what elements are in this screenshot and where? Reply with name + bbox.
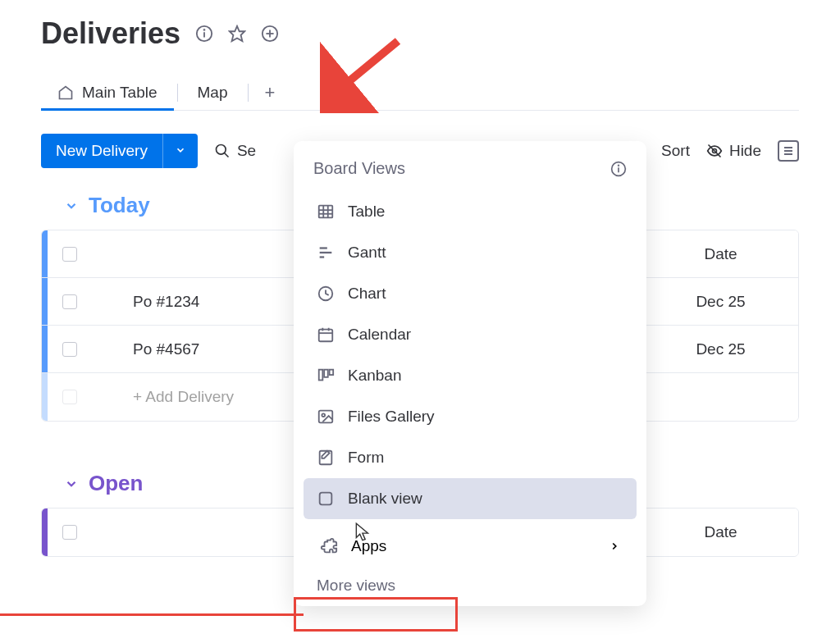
date-header: Date	[642, 512, 798, 553]
row-date[interactable]: Dec 25	[642, 281, 798, 322]
view-option-files-gallery[interactable]: Files Gallery	[304, 396, 637, 437]
calendar-icon	[317, 326, 335, 344]
svg-point-31	[322, 413, 325, 417]
sort-label: Sort	[661, 142, 690, 160]
group-color-bar	[42, 230, 48, 277]
svg-rect-33	[320, 493, 332, 505]
chevron-right-icon	[609, 540, 620, 552]
board-views-dropdown: Board Views Table Gantt Chart Calendar K…	[294, 141, 646, 606]
group-color-bar	[42, 326, 48, 372]
svg-point-2	[204, 30, 205, 30]
view-option-apps[interactable]: Apps	[304, 526, 637, 567]
table-icon	[317, 203, 335, 221]
more-views-label: More views	[317, 577, 395, 594]
view-option-form[interactable]: Form	[304, 437, 637, 478]
add-icon[interactable]	[261, 25, 279, 43]
blank-icon	[317, 490, 335, 508]
search-icon	[214, 143, 231, 159]
chevron-down-icon	[64, 477, 79, 491]
views-panel-title: Board Views	[313, 159, 405, 178]
tab-label: Main Table	[82, 84, 158, 102]
sort-button[interactable]: Sort	[661, 142, 690, 160]
new-delivery-button[interactable]: New Delivery	[41, 134, 198, 168]
svg-rect-29	[330, 370, 334, 375]
svg-line-8	[224, 153, 228, 157]
hide-button[interactable]: Hide	[706, 142, 761, 160]
tab-separator	[248, 84, 249, 102]
select-all-checkbox[interactable]	[62, 525, 77, 540]
view-label: Files Gallery	[348, 408, 435, 426]
form-icon	[317, 449, 335, 467]
annotation-timeline	[0, 613, 304, 616]
chart-icon	[317, 285, 335, 303]
group-color-bar	[42, 278, 48, 325]
view-option-table[interactable]: Table	[304, 191, 637, 232]
view-label: Blank view	[348, 490, 422, 508]
svg-point-7	[216, 145, 226, 155]
view-label: Calendar	[348, 326, 411, 344]
svg-rect-23	[319, 330, 333, 342]
svg-rect-28	[324, 370, 328, 377]
chevron-down-icon	[64, 198, 79, 213]
tab-separator	[177, 84, 178, 102]
page-title: Deliveries	[41, 16, 180, 51]
view-label: Chart	[348, 285, 386, 303]
group-title: Today	[89, 193, 150, 218]
svg-rect-27	[319, 370, 323, 381]
more-views-link[interactable]: More views	[294, 567, 646, 598]
panel-toggle-button[interactable]	[778, 140, 799, 162]
gantt-icon	[317, 244, 335, 262]
search-button[interactable]: Se	[214, 142, 256, 160]
chevron-down-icon[interactable]	[162, 134, 198, 168]
row-checkbox[interactable]	[62, 390, 77, 404]
view-label: Form	[348, 449, 384, 467]
view-option-gantt[interactable]: Gantt	[304, 232, 637, 273]
view-tabs: Main Table Map +	[41, 75, 799, 111]
svg-line-34	[332, 41, 398, 95]
kanban-icon	[317, 367, 335, 385]
view-label: Gantt	[348, 244, 386, 262]
svg-marker-3	[230, 26, 244, 41]
eye-off-icon	[706, 143, 723, 159]
panel-icon	[778, 140, 799, 162]
info-icon[interactable]	[195, 25, 213, 43]
new-delivery-label: New Delivery	[41, 134, 162, 168]
puzzle-icon	[320, 537, 338, 555]
home-icon	[57, 84, 74, 101]
tab-map[interactable]: Map	[181, 75, 244, 110]
annotation-arrow	[320, 31, 410, 113]
view-option-kanban[interactable]: Kanban	[304, 355, 637, 396]
view-label: Table	[348, 203, 385, 221]
star-icon[interactable]	[228, 25, 246, 43]
group-title: Open	[89, 471, 143, 496]
gallery-icon	[317, 408, 335, 426]
add-view-button[interactable]: +	[252, 75, 289, 110]
date-header: Date	[642, 234, 798, 275]
view-option-chart[interactable]: Chart	[304, 273, 637, 314]
info-icon[interactable]	[610, 161, 627, 177]
hide-label: Hide	[729, 142, 761, 160]
svg-point-13	[619, 165, 619, 166]
tab-main-table[interactable]: Main Table	[41, 75, 174, 110]
row-checkbox[interactable]	[62, 342, 77, 357]
search-text: Se	[237, 142, 256, 160]
view-label: Kanban	[348, 367, 402, 385]
view-option-calendar[interactable]: Calendar	[304, 314, 637, 355]
select-all-checkbox[interactable]	[62, 247, 77, 262]
row-date[interactable]: Dec 25	[642, 329, 798, 370]
row-checkbox[interactable]	[62, 294, 77, 309]
mouse-cursor	[354, 522, 372, 543]
tab-label: Map	[198, 84, 228, 102]
group-color-bar	[42, 373, 48, 421]
view-option-blank-view[interactable]: Blank view	[304, 478, 637, 519]
group-color-bar	[42, 508, 48, 556]
svg-rect-14	[319, 206, 333, 218]
